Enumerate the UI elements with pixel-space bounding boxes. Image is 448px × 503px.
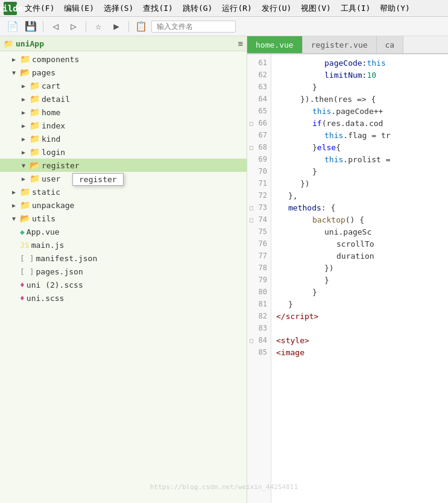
scss-icon-uni2: ♦ [20, 280, 25, 289]
code-line-79: } [276, 274, 448, 286]
toolbar-bookmark[interactable]: ☆ [90, 19, 106, 34]
tree-item-pagesjson[interactable]: [ ] pages.json [0, 265, 247, 278]
tree-item-cart[interactable]: 📁 cart [0, 79, 247, 92]
arrow-user [19, 174, 28, 183]
toolbar-new-file[interactable]: 📄 [5, 19, 21, 34]
code-line-63: } [276, 81, 448, 93]
fold-73[interactable]: □ [247, 204, 256, 211]
tree-item-user[interactable]: 📁 user register [0, 172, 247, 185]
tree-item-index[interactable]: 📁 index [0, 119, 247, 132]
tab-ca[interactable]: ca [377, 36, 404, 53]
menu-help[interactable]: 帮助(Y) [376, 2, 414, 15]
menu-tools[interactable]: 工具(I) [336, 2, 374, 15]
toolbar-back[interactable]: ◁ [48, 19, 63, 34]
code-line-73: methods: { [276, 201, 448, 214]
label-unpackage: unpackage [32, 201, 74, 210]
code-line-68: } else { [276, 141, 448, 153]
label-utils: utils [32, 214, 55, 223]
arrow-static [10, 188, 18, 196]
file-search-input[interactable] [151, 21, 236, 33]
label-pages: pages [32, 68, 55, 77]
label-home: home [42, 108, 60, 117]
fold-84[interactable]: □ [247, 337, 256, 344]
sidebar-folder-icon: 📁 [4, 39, 13, 48]
sidebar-root-label: uniApp [16, 39, 44, 48]
code-content[interactable]: pageCode: this limitNum: 10 } }).then(re… [271, 54, 448, 503]
tree-item-home[interactable]: 📁 home [0, 106, 247, 119]
tree-item-unpackage[interactable]: 📁 unpackage [0, 198, 247, 212]
tree-item-login[interactable]: 📁 login [0, 145, 247, 159]
ln-76: 76 [247, 238, 271, 250]
code-line-64: }).then(res => { [276, 93, 448, 105]
tab-home-vue[interactable]: home.vue [247, 36, 303, 53]
toolbar-run[interactable]: ▶ [109, 19, 124, 34]
tree-item-manifest[interactable]: [ ] manifest.json [0, 252, 247, 265]
label-pagesjson: pages.json [36, 267, 83, 276]
menu-publish[interactable]: 发行(U) [257, 2, 295, 15]
ln-82: 82 [247, 310, 271, 322]
arrow-login [19, 148, 28, 156]
label-cart: cart [42, 81, 60, 90]
sidebar-hamburger[interactable]: ≡ [238, 39, 243, 48]
folder-icon-index: 📁 [30, 121, 40, 130]
toolbar-save[interactable]: 💾 [23, 19, 39, 34]
sidebar-header: 📁 uniApp ≡ [0, 36, 247, 51]
label-uni2scss: uni (2).scss [27, 280, 83, 289]
label-register: register [42, 161, 80, 170]
fold-68[interactable]: □ [247, 144, 256, 151]
menu-edit[interactable]: 编辑(E) [60, 2, 98, 15]
folder-icon-pages: 📂 [20, 68, 30, 77]
menu-jump[interactable]: 跳转(G) [178, 2, 216, 15]
label-manifest: manifest.json [36, 254, 97, 263]
folder-icon-user: 📁 [30, 174, 40, 183]
json-icon-manifest: [ ] [20, 254, 34, 263]
tree-item-appvue[interactable]: ◆ App.vue [0, 225, 247, 238]
fold-66[interactable]: □ [247, 120, 256, 127]
menu-find[interactable]: 查找(I) [139, 2, 177, 15]
js-icon-mainjs: JS [20, 241, 30, 250]
tree-item-mainjs[interactable]: JS main.js [0, 238, 247, 252]
tree-item-kind[interactable]: 📁 kind [0, 132, 247, 145]
code-line-61: pageCode: this [276, 57, 448, 69]
tree-item-uniscss[interactable]: ♦ uni.scss [0, 291, 247, 305]
menu-run[interactable]: 运行(R) [218, 2, 256, 15]
tree-item-components[interactable]: 📁 components [0, 52, 247, 66]
arrow-register [19, 161, 28, 169]
ln-69: 69 [247, 153, 271, 165]
tree-item-utils[interactable]: 📂 utils [0, 212, 247, 225]
folder-icon-static: 📁 [20, 187, 30, 197]
user-tooltip: register [72, 173, 124, 186]
code-line-83 [276, 322, 448, 334]
toolbar-browse[interactable]: 📋 [133, 19, 149, 34]
toolbar-forward[interactable]: ▷ [66, 19, 81, 34]
code-line-80: } [276, 286, 448, 298]
code-line-75: uni.pageSc [276, 226, 448, 238]
label-user: user [42, 174, 60, 183]
ln-83: 83 [247, 322, 271, 334]
tree-item-pages[interactable]: 📂 pages [0, 66, 247, 79]
tree-item-register[interactable]: 📂 register [0, 159, 247, 172]
label-components: components [32, 55, 79, 64]
folder-icon-detail: 📁 [30, 94, 40, 104]
folder-icon-home: 📁 [30, 107, 40, 117]
tree-item-static[interactable]: 📁 static [0, 185, 247, 198]
menu-select[interactable]: 选择(S) [99, 2, 137, 15]
menu-view[interactable]: 视图(V) [297, 2, 335, 15]
arrow-pages [10, 68, 18, 77]
code-line-69: this.prolist = [276, 153, 448, 165]
arrow-detail [19, 95, 28, 103]
tree-item-detail[interactable]: 📁 detail [0, 92, 247, 106]
folder-icon-unpackage: 📁 [20, 200, 30, 210]
code-line-81: } [276, 298, 448, 310]
line-numbers: 61 62 63 64 65 □66 67 □68 69 70 71 72 □7… [247, 54, 271, 503]
ln-78: 78 [247, 262, 271, 274]
ln-62: 62 [247, 69, 271, 81]
ln-73: □73 [247, 201, 271, 214]
fold-74[interactable]: □ [247, 217, 256, 223]
ln-77: 77 [247, 250, 271, 262]
menu-bar: HBuilderX 文件(F) 编辑(E) 选择(S) 查找(I) 跳转(G) … [0, 0, 448, 17]
menu-file[interactable]: 文件(F) [21, 2, 58, 15]
arrow-home [19, 108, 28, 116]
tree-item-uni2scss[interactable]: ♦ uni (2).scss [0, 278, 247, 291]
tab-register-vue[interactable]: register.vue [303, 36, 377, 53]
